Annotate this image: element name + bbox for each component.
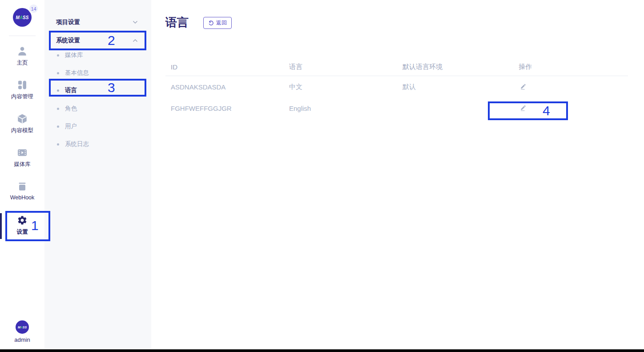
table-row: ASDNAKSDASDA 中文 默认 (165, 76, 628, 97)
group-label: 系统设置 (56, 36, 80, 45)
cell-id: FGHFWEFFGGJGR (165, 105, 284, 112)
sidebar-item-webhook[interactable]: WebHook (0, 181, 44, 206)
column-header-default-locale: 默认语言环境 (397, 63, 513, 71)
user-profile[interactable]: MASS admin (0, 320, 44, 343)
submenu-item-label: 语言 (65, 86, 77, 94)
sidebar-item-home[interactable]: 主页 (0, 45, 44, 71)
edit-button[interactable] (519, 104, 527, 112)
submenu-item-label: 媒体库 (65, 51, 83, 59)
back-button[interactable]: 返回 (203, 17, 232, 29)
sidebar-item-media-library[interactable]: 媒体库 (0, 147, 44, 173)
chevron-down-icon (133, 20, 138, 24)
sidebar-item-label: WebHook (10, 194, 35, 201)
submenu-item-language[interactable]: 语言 (44, 85, 151, 96)
submenu-group-project-settings[interactable]: 项目设置 (44, 16, 151, 29)
column-header-language: 语言 (284, 63, 397, 71)
user-icon (16, 45, 28, 57)
column-header-actions: 操作 (513, 63, 628, 71)
submenu-item-media-library[interactable]: 媒体库 (44, 50, 151, 61)
bullet-icon (57, 72, 59, 74)
cell-default-locale: 默认 (397, 83, 513, 91)
sidebar-item-content-model[interactable]: 内容模型 (0, 113, 44, 139)
back-button-label: 返回 (216, 19, 227, 27)
username: admin (0, 336, 44, 343)
media-icon (16, 147, 28, 158)
cube-icon (16, 113, 28, 125)
submenu-group-system-settings[interactable]: 系统设置 (44, 34, 151, 47)
page-title: 语言 (165, 15, 189, 30)
main-content: 语言 返回 ID 语言 默认语言环境 操作 ASDNAKSDASDA 中文 默认… (151, 0, 644, 352)
cell-language: 中文 (284, 83, 397, 91)
submenu-item-users[interactable]: 用户 (44, 121, 151, 132)
bottom-edge-bar (0, 349, 644, 352)
submenu-item-basic-info[interactable]: 基本信息 (44, 68, 151, 78)
table-header-row: ID 语言 默认语言环境 操作 (165, 58, 628, 76)
user-avatar: MASS (16, 320, 29, 334)
grid-icon (16, 79, 28, 91)
gear-icon (16, 214, 28, 226)
rail-divider (9, 36, 36, 36)
bullet-icon (57, 125, 59, 128)
submenu-item-label: 用户 (65, 122, 77, 130)
app-logo[interactable]: MASS 14 (13, 8, 32, 27)
bullet-icon (57, 54, 59, 57)
sidebar-item-label: 内容模型 (11, 127, 33, 134)
submenu-item-label: 基本信息 (65, 69, 89, 77)
language-table: ID 语言 默认语言环境 操作 ASDNAKSDASDA 中文 默认 FGHFW… (165, 58, 628, 119)
cell-id: ASDNAKSDASDA (165, 83, 284, 91)
logo-text: MASS (16, 15, 29, 20)
submenu-item-system-log[interactable]: 系统日志 (44, 139, 151, 150)
bullet-icon (57, 89, 59, 92)
submenu-item-label: 角色 (65, 105, 77, 113)
group-label: 项目设置 (56, 18, 80, 26)
submenu-item-label: 系统日志 (65, 140, 89, 148)
undo-icon (208, 20, 214, 26)
sidebar-item-label: 设置 (17, 228, 28, 236)
chevron-up-icon (133, 39, 138, 42)
bullet-icon (57, 108, 59, 110)
sidebar-item-content-management[interactable]: 内容管理 (0, 79, 44, 105)
active-item-indicator (0, 213, 2, 239)
icon-sidebar: MASS 14 主页 内容管理 内容模型 媒体库 WebHook (0, 0, 44, 352)
sidebar-item-label: 主页 (17, 59, 28, 67)
submenu-item-roles[interactable]: 角色 (44, 103, 151, 114)
notification-badge: 14 (28, 4, 39, 14)
column-header-id: ID (165, 63, 284, 71)
settings-submenu: 项目设置 系统设置 媒体库 基本信息 语言 角色 用户 系统日志 (44, 0, 151, 352)
table-row: FGHFWEFFGGJGR English (165, 97, 628, 119)
sidebar-item-label: 媒体库 (14, 161, 31, 168)
sidebar-item-label: 内容管理 (11, 93, 33, 101)
edit-button[interactable] (519, 82, 527, 90)
bullet-icon (57, 143, 59, 146)
cell-language: English (284, 105, 397, 112)
sidebar-item-settings[interactable]: 设置 (0, 214, 44, 240)
archive-icon (16, 181, 28, 192)
